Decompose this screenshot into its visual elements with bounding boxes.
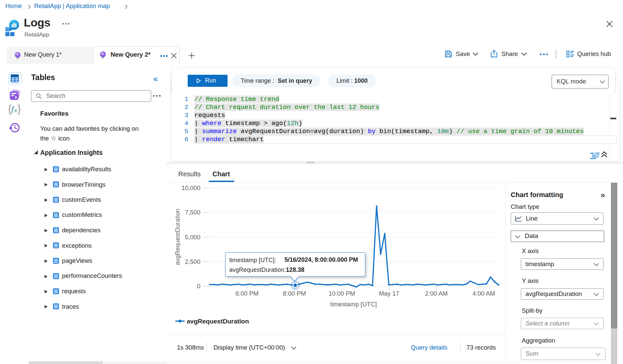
svg-text:0: 0 <box>197 283 200 290</box>
svg-text:10:00 PM: 10:00 PM <box>328 290 355 297</box>
svg-text:timestamp [UTC]: timestamp [UTC] <box>330 301 377 308</box>
svg-text:6:00 PM: 6:00 PM <box>236 290 259 297</box>
svg-text:7,500: 7,500 <box>185 209 200 216</box>
svg-text:10,000: 10,000 <box>181 184 200 191</box>
svg-text:8:00 PM: 8:00 PM <box>283 290 306 297</box>
svg-text:May 17: May 17 <box>379 290 399 297</box>
svg-text:4:00 AM: 4:00 AM <box>473 290 495 297</box>
svg-text:avgRequestDuration: avgRequestDuration <box>174 209 181 265</box>
svg-text:2:00 AM: 2:00 AM <box>425 290 448 297</box>
svg-text:5,000: 5,000 <box>185 234 200 241</box>
svg-text:2,500: 2,500 <box>185 258 200 265</box>
